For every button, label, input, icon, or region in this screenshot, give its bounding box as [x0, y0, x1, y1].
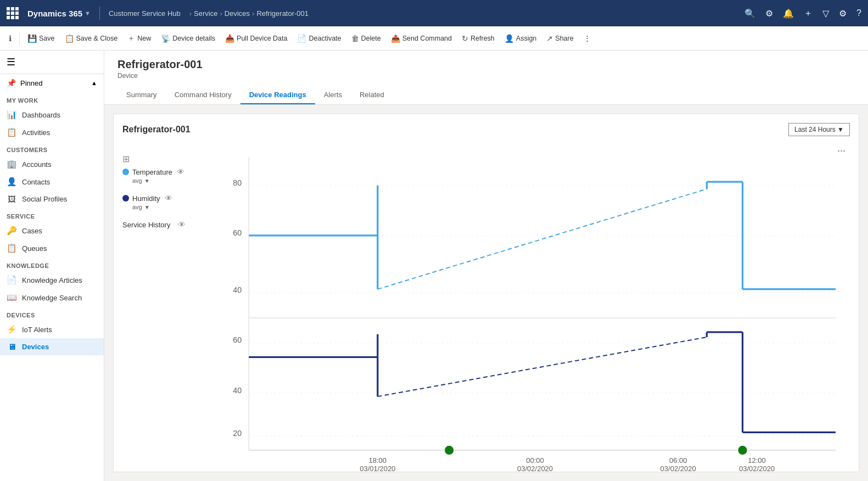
- sidebar-item-cases[interactable]: 🔑 Cases: [0, 222, 104, 239]
- waffle-menu[interactable]: [7, 7, 19, 19]
- svg-text:18:00: 18:00: [369, 456, 387, 465]
- search-icon[interactable]: 🔍: [744, 8, 755, 19]
- sidebar-item-social-profiles[interactable]: 🖼 Social Profiles: [0, 191, 104, 208]
- sidebar-item-dashboards[interactable]: 📊 Dashboards: [0, 106, 104, 124]
- app-body: ☰ 📌 Pinned ▲ My Work 📊 Dashboards 📋 Acti…: [0, 51, 868, 481]
- humidity-avg-chevron[interactable]: ▼: [144, 204, 150, 210]
- refresh-button[interactable]: ↻ Refresh: [457, 32, 499, 45]
- tab-command-history[interactable]: Command History: [166, 86, 240, 104]
- tab-device-readings[interactable]: Device Readings: [240, 86, 315, 104]
- save-icon: 💾: [27, 34, 37, 43]
- chart-more-icon[interactable]: ···: [837, 145, 845, 156]
- chart-card: Refrigerator-001 Last 24 Hours ▼ ⊞: [113, 114, 859, 472]
- delete-button[interactable]: 🗑 Delete: [347, 32, 385, 45]
- breadcrumb-service[interactable]: Service: [194, 9, 217, 18]
- add-icon[interactable]: ＋: [804, 8, 813, 19]
- notifications-icon[interactable]: 🔔: [783, 8, 794, 19]
- sidebar-item-accounts[interactable]: 🏢 Accounts: [0, 155, 104, 173]
- service-eye-icon[interactable]: 👁: [178, 220, 186, 229]
- iot-alerts-icon: ⚡: [7, 325, 16, 334]
- sidebar-item-iot-alerts[interactable]: ⚡ IoT Alerts: [0, 321, 104, 338]
- info-icon: ℹ: [9, 34, 12, 43]
- assign-icon: 👤: [505, 34, 514, 43]
- page-title: Refrigerator-001: [117, 58, 855, 71]
- help-icon[interactable]: ?: [856, 8, 861, 18]
- chart-title: Refrigerator-001: [122, 125, 191, 135]
- nav-divider: [99, 7, 100, 20]
- svg-text:03/02/2020: 03/02/2020: [660, 465, 696, 473]
- sidebar-item-queues[interactable]: 📋 Queues: [0, 239, 104, 257]
- sidebar: ☰ 📌 Pinned ▲ My Work 📊 Dashboards 📋 Acti…: [0, 51, 104, 481]
- page-header: Refrigerator-001 Device Summary Command …: [104, 51, 868, 105]
- devices-icon: 🖥: [7, 342, 16, 351]
- svg-line-9: [378, 189, 707, 289]
- tab-alerts[interactable]: Alerts: [315, 86, 351, 104]
- device-details-icon: 📡: [161, 34, 170, 43]
- svg-text:40: 40: [233, 286, 242, 294]
- legend-service: Service History 👁: [122, 220, 199, 229]
- tab-bar: Summary Command History Device Readings …: [117, 86, 855, 104]
- pin-icon: 📌: [7, 79, 16, 87]
- sidebar-item-knowledge-search[interactable]: 📖 Knowledge Search: [0, 289, 104, 306]
- save-close-icon: 📋: [65, 34, 74, 43]
- svg-text:00:00: 00:00: [526, 456, 544, 465]
- temperature-eye-icon[interactable]: 👁: [177, 167, 184, 176]
- filter-icon[interactable]: ▽: [822, 8, 829, 19]
- svg-text:03/01/2020: 03/01/2020: [360, 465, 395, 473]
- send-command-button[interactable]: 📤 Send Command: [387, 32, 456, 45]
- cmd-separator-1: [19, 32, 20, 45]
- tab-summary[interactable]: Summary: [117, 86, 166, 104]
- knowledge-section: Knowledge: [0, 257, 104, 271]
- chart-svg-area: ··· 80 60 40: [206, 143, 850, 481]
- hamburger-icon[interactable]: ☰: [7, 56, 15, 68]
- info-button[interactable]: ℹ: [4, 32, 16, 45]
- temp-avg-chevron[interactable]: ▼: [144, 178, 150, 184]
- new-icon: ＋: [127, 33, 135, 43]
- svg-text:40: 40: [233, 386, 242, 395]
- top-navigation: Dynamics 365 ▼ Customer Service Hub › Se…: [0, 0, 868, 26]
- breadcrumb: › Service › Devices › Refrigerator-001: [189, 9, 309, 18]
- save-button[interactable]: 💾 Save: [23, 32, 59, 45]
- share-icon: ↗: [546, 34, 553, 43]
- devices-section: Devices: [0, 306, 104, 321]
- waffle-icon: [7, 7, 19, 19]
- sidebar-item-activities[interactable]: 📋 Activities: [0, 124, 104, 141]
- gear-icon[interactable]: ⚙: [839, 8, 847, 19]
- app-title[interactable]: Dynamics 365 ▼: [27, 9, 91, 18]
- legend-humidity: Humidity 👁 avg ▼: [122, 194, 199, 210]
- knowledge-articles-icon: 📄: [7, 275, 16, 285]
- sidebar-item-devices[interactable]: 🖥 Devices: [0, 338, 104, 355]
- sidebar-pinned[interactable]: 📌 Pinned ▲: [0, 74, 104, 92]
- social-profiles-icon: 🖼: [7, 194, 16, 204]
- deactivate-button[interactable]: 📄 Deactivate: [293, 32, 345, 45]
- time-selector[interactable]: Last 24 Hours ▼: [788, 123, 850, 136]
- share-button[interactable]: ↗ Share: [542, 32, 578, 45]
- cases-icon: 🔑: [7, 226, 16, 236]
- pull-device-data-button[interactable]: 📥 Pull Device Data: [221, 32, 292, 45]
- tab-related[interactable]: Related: [351, 86, 393, 104]
- chart-container: Refrigerator-001 Last 24 Hours ▼ ⊞: [104, 105, 868, 481]
- svg-text:03/02/2020: 03/02/2020: [517, 465, 553, 473]
- device-details-button[interactable]: 📡 Device details: [156, 32, 220, 45]
- more-button[interactable]: ⋮: [579, 32, 595, 44]
- chevron-down-icon: ▲: [91, 80, 97, 86]
- breadcrumb-devices[interactable]: Devices: [225, 9, 250, 18]
- legend-temperature: Temperature 👁 avg ▼: [122, 167, 199, 184]
- sidebar-item-contacts[interactable]: 👤 Contacts: [0, 173, 104, 191]
- svg-text:80: 80: [233, 178, 242, 187]
- contacts-icon: 👤: [7, 177, 16, 187]
- pinned-label: Pinned: [20, 79, 42, 87]
- assign-button[interactable]: 👤 Assign: [500, 32, 541, 45]
- deactivate-icon: 📄: [297, 34, 306, 43]
- dashboards-icon: 📊: [7, 110, 16, 120]
- knowledge-search-icon: 📖: [7, 293, 16, 303]
- sidebar-header: ☰: [0, 51, 104, 74]
- humidity-eye-icon[interactable]: 👁: [165, 194, 172, 203]
- settings-icon[interactable]: ⚙: [765, 8, 773, 19]
- sidebar-item-knowledge-articles[interactable]: 📄 Knowledge Articles: [0, 271, 104, 289]
- refresh-icon: ↻: [462, 34, 468, 43]
- new-button[interactable]: ＋ New: [123, 31, 155, 46]
- pull-data-icon: 📥: [225, 34, 234, 43]
- hub-name: Customer Service Hub: [109, 9, 181, 18]
- save-close-button[interactable]: 📋 Save & Close: [60, 32, 122, 45]
